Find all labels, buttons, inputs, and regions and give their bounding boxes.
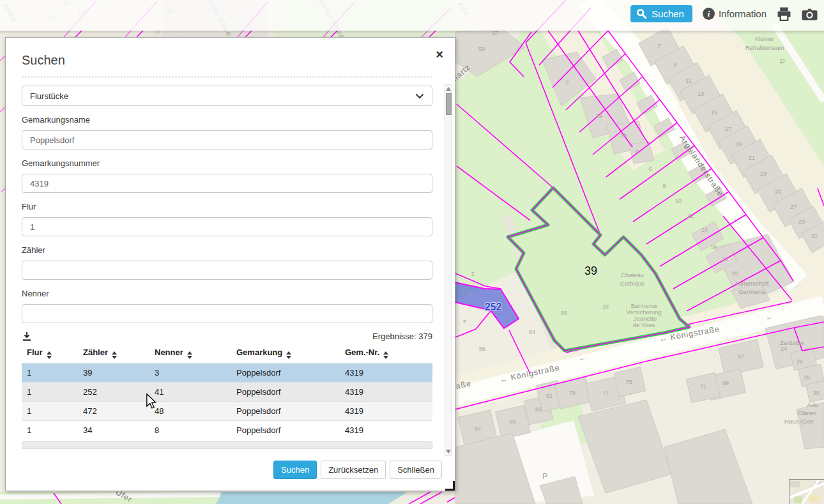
column-header[interactable]: Flur [22,344,78,363]
map-label: 20 [731,270,738,277]
reset-button[interactable]: Zurücksetzen [321,461,386,479]
scrollbar-thumb[interactable] [446,93,452,115]
map-label: Gothique [620,280,645,287]
sort-icon [383,351,388,359]
sort-icon [47,351,52,359]
map-label: 19 [736,141,742,148]
zaehler-label: Zähler [22,245,432,255]
map-label: 7 [657,43,660,49]
map-label: Ado [807,401,818,408]
map-label: 71 [700,383,706,390]
map-label: 27 [790,204,797,210]
map-label: 80 [561,310,567,316]
map-label: Turnerschaft [735,280,769,287]
map-label: 26 [797,358,803,365]
table-horizontal-scrollbar[interactable] [22,441,432,449]
nenner-label: Nenner [22,289,432,298]
download-icon[interactable] [22,332,32,341]
table-row[interactable]: 1348Poppelsdorf4319 [22,421,432,440]
results-table: FlurZählerNennerGemarkungGem.-Nr. 1393Po… [22,344,432,439]
field-gemarkungsname: Gemarkungsname [22,115,432,149]
screenshot-camera-icon[interactable] [802,8,818,20]
print-icon[interactable] [777,7,791,21]
close-icon[interactable]: × [436,48,443,61]
toolbar-information-button[interactable]: i Information [703,8,767,20]
table-row[interactable]: 147248Poppelsdorf4319 [22,402,432,421]
search-type-select[interactable]: Flurstücke [22,86,432,106]
field-zaehler: Zähler [22,245,432,280]
search-dialog: × Suchen Flurstücke Gemarkungsname Gemar… [5,37,455,491]
map-label: Chateau [621,271,644,279]
map-label: Germania [738,288,765,295]
column-header[interactable]: Zähler [78,344,149,363]
map-label: 5 [468,291,471,298]
map-label: 8 [662,183,666,189]
map-label: 23 [760,171,767,177]
map-label: 12 [687,213,694,219]
map-label: P [542,472,547,481]
table-cell: 252 [78,383,149,402]
map-label: Refraktorraum [745,44,784,51]
map-label: 85 [510,418,516,425]
nenner-input[interactable] [22,304,432,323]
map-label: 24 [781,346,787,352]
sort-icon [112,351,117,359]
sort-icon [286,351,291,359]
map-label: 10 [675,198,682,204]
dialog-resize-handle[interactable] [445,481,455,491]
table-cell: Poppelsdorf [231,402,340,421]
field-flur: Flur [22,202,432,236]
field-nenner: Nenner [22,289,432,323]
map-label: 2 [565,79,568,86]
gemarkungsname-input[interactable] [22,130,432,149]
table-cell: 34 [78,421,149,440]
map-label: 67 [738,353,744,360]
table-cell: 3 [149,363,231,383]
table-cell: 8 [149,421,231,440]
dialog-vertical-scrollbar[interactable] [445,84,452,456]
toolbar: Suchen i Information [630,5,818,22]
scroll-down-icon[interactable] [446,450,451,454]
search-submit-button[interactable]: Suchen [273,461,317,479]
table-row[interactable]: 1393Poppelsdorf4319 [22,363,432,383]
table-cell: 4319 [340,363,432,383]
table-cell: 39 [78,363,149,383]
column-header[interactable]: Gem.-Nr. [340,344,432,363]
info-icon: i [703,8,715,20]
map-label: 81 [546,393,553,399]
map-label: 84 [529,329,535,335]
map-label: 83 [535,406,542,413]
results-bar: Ergebnisse: 379 [22,332,432,341]
search-type-value: Flurstücke [30,91,68,101]
map-label: 21 [749,155,755,161]
column-header[interactable]: Nenner [149,344,231,363]
table-cell: 472 [78,402,149,421]
close-button[interactable]: Schließen [390,461,442,479]
zaehler-input[interactable] [22,261,432,280]
map-label: 7 [462,319,466,325]
map-label: 31 [811,233,818,239]
overview-minimap[interactable] [789,479,824,504]
flur-label: Flur [22,202,432,211]
map-label: 252 [485,302,502,312]
map-label: 18 [722,256,728,263]
gemarkungsnummer-input[interactable] [22,174,432,193]
map-label: 2a [596,113,602,119]
flur-input[interactable] [22,217,432,236]
map-label: 39 [584,264,597,277]
map-label: 79 [569,390,576,396]
table-row[interactable]: 125241Poppelsdorf4319 [22,383,432,402]
table-cell: 41 [149,383,231,402]
map-label: 86 [479,346,485,352]
table-cell: Poppelsdorf [231,421,340,440]
map-label: 13 [698,91,704,97]
table-cell: 4319 [340,383,432,402]
map-label: 11 [685,78,691,84]
toolbar-search-button[interactable]: Suchen [630,5,692,22]
map-label: 28 [602,303,609,310]
map-label: 9 [673,61,676,68]
map-label: 15 [711,109,717,116]
column-header[interactable]: Gemarkung [231,344,340,363]
map-label: 25 [775,189,781,195]
scroll-up-icon[interactable] [446,87,451,91]
